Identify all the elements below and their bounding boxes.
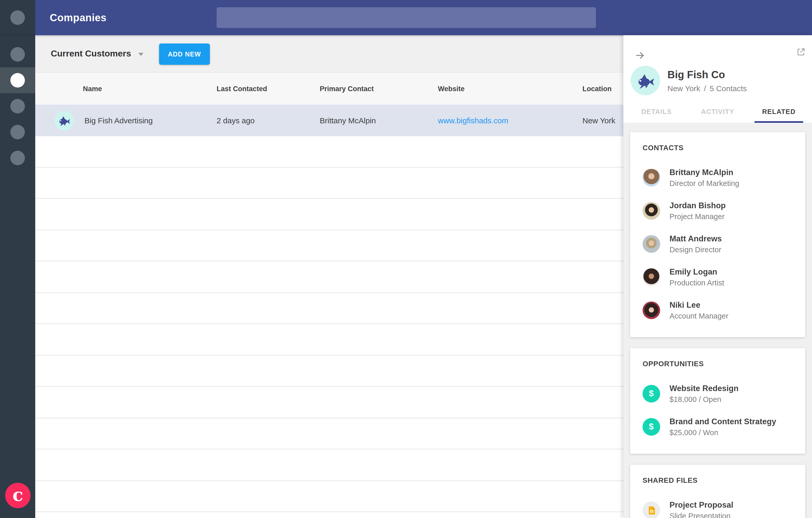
cell-website-link[interactable]: www.bigfishads.com: [438, 116, 508, 125]
open-in-new-icon: [796, 48, 805, 56]
contact-item[interactable]: Jordan Bishop Project Manager: [643, 199, 793, 223]
opportunities-list: $ Website Redesign $18,000 / Open $ Bran…: [643, 381, 793, 439]
contact-photo-avatar: [643, 169, 660, 186]
copper-logo[interactable]: c: [5, 483, 31, 508]
sidebar-nav-item[interactable]: [0, 145, 35, 171]
fish-icon: [56, 113, 72, 128]
nav-placeholder-icon: [10, 99, 25, 114]
panel-tab[interactable]: RELATED: [748, 100, 809, 123]
skeleton-row: [35, 481, 624, 512]
arrow-right-icon: [634, 50, 646, 61]
filter-label: Current Customers: [51, 49, 131, 59]
skeleton-row: [35, 167, 624, 199]
opportunity-name: Website Redesign: [669, 384, 738, 393]
sidebar-nav-item[interactable]: [0, 41, 35, 67]
skeleton-row: [35, 293, 624, 324]
contact-item[interactable]: Matt Andrews Design Director: [643, 232, 793, 256]
opportunities-card: OPPORTUNITIES $ Website Redesign $18,000…: [630, 348, 805, 454]
nav-placeholder-icon: [10, 47, 25, 62]
contact-name: Niki Lee: [669, 300, 728, 310]
open-in-new-button[interactable]: [796, 47, 805, 57]
skeleton-row: [35, 512, 624, 518]
skeleton-row: [35, 136, 624, 167]
chevron-down-icon: [138, 53, 144, 56]
copper-logo-letter: c: [12, 486, 23, 504]
contact-photo-avatar: [643, 268, 660, 286]
company-avatar: [54, 111, 74, 130]
panel-tab[interactable]: DETAILS: [626, 100, 687, 123]
contact-item[interactable]: Niki Lee Account Manager: [643, 298, 793, 323]
fish-icon: [634, 69, 657, 92]
sidebar-nav-item[interactable]: [0, 67, 35, 93]
sidebar-nav: [0, 41, 35, 171]
contact-role: Director of Marketing: [669, 179, 739, 187]
shared-file-item[interactable]: Project Proposal Slide Presentation: [643, 498, 793, 518]
contact-name: Jordan Bishop: [669, 201, 726, 210]
opportunity-item[interactable]: $ Website Redesign $18,000 / Open: [643, 381, 793, 406]
contacts-card: CONTACTS Brittany McAlpin Director of Ma…: [630, 132, 805, 337]
opportunity-name: Brand and Content Strategy: [669, 417, 776, 426]
contact-name: Matt Andrews: [669, 234, 722, 243]
collapse-panel-button[interactable]: [634, 49, 646, 62]
contact-role: Project Manager: [669, 212, 726, 221]
skeleton-rows: [35, 136, 624, 518]
sidebar: c: [0, 0, 35, 518]
skeleton-row: [35, 356, 624, 387]
skeleton-row: [35, 418, 624, 450]
detail-panel: Big Fish Co New York/5 Contacts DETAILS …: [624, 35, 812, 518]
nav-placeholder-icon: [10, 73, 25, 88]
column-header[interactable]: Website: [438, 85, 582, 92]
subtitle-separator: /: [704, 84, 706, 92]
shared-files-list: Project Proposal Slide Presentation: [643, 498, 793, 518]
file-name: Project Proposal: [669, 500, 733, 510]
cell-location: New York: [582, 116, 624, 125]
slides-file-icon: [643, 501, 660, 518]
opportunity-item[interactable]: $ Brand and Content Strategy $25,000 / W…: [643, 415, 793, 439]
contact-role: Account Manager: [669, 312, 728, 320]
dollar-icon: $: [643, 418, 660, 436]
skeleton-row: [35, 230, 624, 262]
column-header[interactable]: Last Contacted: [216, 85, 320, 92]
company-avatar-large: [631, 66, 660, 95]
cell-primary-contact: Brittany McAlpin: [320, 116, 438, 125]
detail-panel-body: CONTACTS Brittany McAlpin Director of Ma…: [624, 123, 812, 518]
panel-tab[interactable]: ACTIVITY: [687, 100, 748, 123]
contacts-title: CONTACTS: [643, 144, 793, 152]
contact-name: Emily Logan: [669, 267, 724, 277]
column-header[interactable]: Primary Contact: [320, 85, 438, 92]
opportunity-value-status: $18,000 / Open: [669, 395, 738, 403]
companies-table-area: Current Customers ADD NEW Name Last Cont…: [35, 35, 624, 518]
sidebar-nav-item[interactable]: [0, 93, 35, 119]
nav-placeholder-icon: [10, 151, 25, 165]
column-header[interactable]: Location: [582, 85, 624, 92]
detail-panel-header: Big Fish Co New York/5 Contacts DETAILS …: [624, 35, 812, 123]
column-header[interactable]: Name: [83, 85, 216, 92]
contact-photo-avatar: [643, 235, 660, 253]
contact-item[interactable]: Emily Logan Production Artist: [643, 265, 793, 290]
contact-photo-avatar: [643, 202, 660, 220]
contact-role: Design Director: [669, 246, 722, 254]
company-name: Big Fish Co: [667, 69, 747, 81]
sidebar-account-button[interactable]: [0, 0, 35, 35]
table-row-selected[interactable]: Big Fish Advertising 2 days ago Brittany…: [35, 104, 624, 136]
skeleton-row: [35, 450, 624, 481]
shared-files-title: SHARED FILES: [643, 476, 793, 484]
skeleton-row: [35, 324, 624, 356]
opportunity-value-status: $25,000 / Won: [669, 428, 776, 437]
app-root: c Companies Current Customers ADD NEW Na…: [0, 0, 812, 518]
table-header-row: Name Last Contacted Primary Contact Webs…: [35, 72, 624, 104]
app-header: Companies: [35, 0, 812, 35]
table-toolbar: Current Customers ADD NEW: [35, 35, 624, 72]
file-type: Slide Presentation: [669, 512, 733, 518]
contact-item[interactable]: Brittany McAlpin Director of Marketing: [643, 165, 793, 190]
sidebar-nav-item[interactable]: [0, 119, 35, 145]
add-new-button[interactable]: ADD NEW: [159, 43, 210, 65]
list-filter-dropdown[interactable]: Current Customers: [51, 35, 144, 72]
search-input[interactable]: [216, 7, 596, 28]
contact-photo-avatar: [643, 302, 660, 319]
nav-placeholder-icon: [10, 125, 25, 139]
dollar-icon: $: [643, 385, 660, 402]
skeleton-row: [35, 387, 624, 418]
contacts-list: Brittany McAlpin Director of Marketing J…: [643, 165, 793, 323]
panel-tabs: DETAILS ACTIVITY RELATED: [626, 100, 809, 123]
